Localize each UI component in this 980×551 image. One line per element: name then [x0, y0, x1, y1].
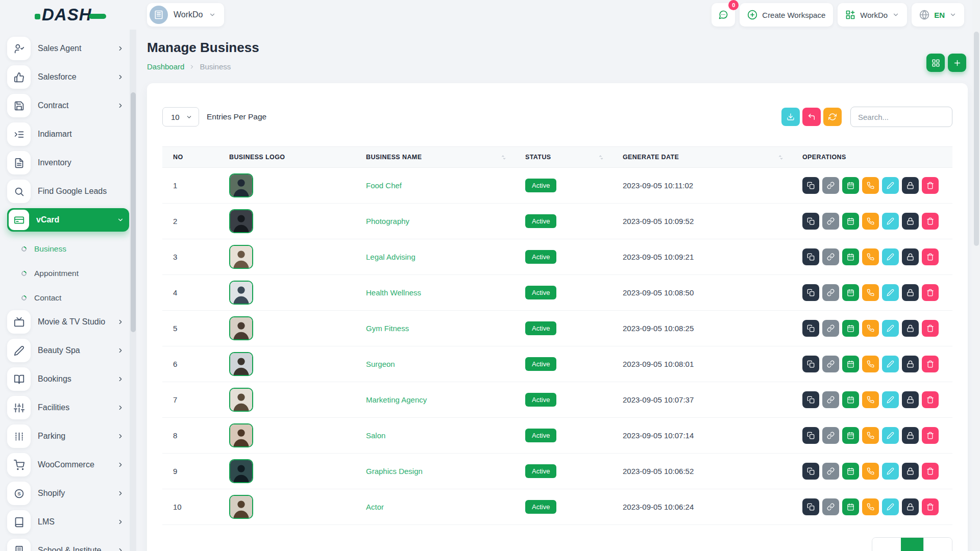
call-button[interactable] — [862, 248, 879, 265]
call-button[interactable] — [862, 463, 879, 480]
password-button[interactable] — [902, 498, 919, 515]
password-button[interactable] — [902, 177, 919, 194]
duplicate-button[interactable] — [802, 427, 819, 444]
sidebar-item-bookings[interactable]: Bookings — [7, 367, 129, 391]
edit-button[interactable] — [882, 391, 899, 408]
sidebar-item-inventory[interactable]: Inventory — [7, 151, 129, 174]
sidebar-item-lms[interactable]: LMS — [7, 510, 129, 534]
call-button[interactable] — [862, 284, 879, 301]
pagination-current-page[interactable] — [901, 538, 923, 551]
call-button[interactable] — [862, 177, 879, 194]
duplicate-button[interactable] — [802, 356, 819, 372]
call-button[interactable] — [862, 320, 879, 337]
edit-button[interactable] — [882, 177, 899, 194]
appointment-button[interactable] — [842, 498, 859, 515]
appointment-button[interactable] — [842, 391, 859, 408]
sidebar-item-sales-agent[interactable]: Sales Agent — [7, 37, 129, 60]
sidebar-item-contract[interactable]: Contract — [7, 94, 129, 117]
business-name-link[interactable]: Surgeon — [366, 360, 395, 368]
link-button[interactable] — [822, 284, 839, 301]
appointment-button[interactable] — [842, 320, 859, 337]
sort-icon[interactable] — [778, 154, 785, 161]
sidebar-item-movie-tv-studio[interactable]: Movie & TV Studio — [7, 310, 129, 334]
edit-button[interactable] — [882, 463, 899, 480]
password-button[interactable] — [902, 356, 919, 372]
edit-button[interactable] — [882, 356, 899, 372]
duplicate-button[interactable] — [802, 320, 819, 337]
edit-button[interactable] — [882, 498, 899, 515]
delete-button[interactable] — [922, 427, 939, 444]
messages-button[interactable]: 0 — [712, 3, 735, 27]
business-name-link[interactable]: Health Wellness — [366, 288, 421, 297]
password-button[interactable] — [902, 463, 919, 480]
sort-icon[interactable] — [598, 154, 605, 161]
sidebar-item-parking[interactable]: Parking — [7, 424, 129, 448]
link-button[interactable] — [822, 427, 839, 444]
appointment-button[interactable] — [842, 213, 859, 230]
edit-button[interactable] — [882, 248, 899, 265]
sidebar-item-salesforce[interactable]: Salesforce — [7, 65, 129, 89]
appointment-button[interactable] — [842, 427, 859, 444]
duplicate-button[interactable] — [802, 284, 819, 301]
call-button[interactable] — [862, 391, 879, 408]
sidebar-item-shopify[interactable]: SShopify — [7, 482, 129, 505]
delete-button[interactable] — [922, 213, 939, 230]
sidebar-item-find-google-leads[interactable]: Find Google Leads — [7, 180, 129, 203]
sidebar-item-vcard[interactable]: vCard — [7, 208, 129, 232]
call-button[interactable] — [862, 498, 879, 515]
sidebar-item-indiamart[interactable]: Indiamart — [7, 122, 129, 146]
edit-button[interactable] — [882, 213, 899, 230]
appointment-button[interactable] — [842, 248, 859, 265]
sidebar-item-facilities[interactable]: Facilities — [7, 396, 129, 419]
edit-button[interactable] — [882, 427, 899, 444]
business-name-link[interactable]: Legal Advising — [366, 253, 415, 261]
duplicate-button[interactable] — [802, 498, 819, 515]
breadcrumb-dashboard-link[interactable]: Dashboard — [147, 62, 184, 71]
reset-button[interactable] — [802, 108, 821, 126]
delete-button[interactable] — [922, 320, 939, 337]
link-button[interactable] — [822, 248, 839, 265]
link-button[interactable] — [822, 177, 839, 194]
duplicate-button[interactable] — [802, 248, 819, 265]
reload-button[interactable] — [823, 108, 842, 126]
delete-button[interactable] — [922, 498, 939, 515]
password-button[interactable] — [902, 391, 919, 408]
column-header-business-name[interactable]: BUSINESS NAME — [355, 154, 514, 161]
sidebar-subitem-business[interactable]: Business — [7, 237, 129, 261]
appointment-button[interactable] — [842, 356, 859, 372]
business-name-link[interactable]: Gym Fitness — [366, 324, 409, 333]
sidebar-item-woocommerce[interactable]: WooCommerce — [7, 453, 129, 477]
delete-button[interactable] — [922, 177, 939, 194]
add-business-button[interactable] — [948, 54, 966, 72]
call-button[interactable] — [862, 427, 879, 444]
sidebar-item-beauty-spa[interactable]: Beauty Spa — [7, 339, 129, 362]
appointment-button[interactable] — [842, 463, 859, 480]
page-scrollbar-thumb[interactable] — [974, 32, 979, 246]
delete-button[interactable] — [922, 248, 939, 265]
pagination-previous-button[interactable] — [872, 538, 901, 551]
business-name-link[interactable]: Photography — [366, 217, 409, 226]
create-workspace-button[interactable]: Create Workspace — [740, 3, 833, 27]
password-button[interactable] — [902, 248, 919, 265]
sidebar-item-school-institute[interactable]: School & Institute — [7, 539, 129, 551]
duplicate-button[interactable] — [802, 463, 819, 480]
pagination-next-button[interactable] — [923, 538, 952, 551]
call-button[interactable] — [862, 356, 879, 372]
app-menu-button[interactable]: WorkDo — [838, 3, 907, 27]
export-button[interactable] — [781, 108, 800, 126]
column-header-generate-date[interactable]: GENERATE DATE — [612, 154, 792, 161]
search-input[interactable] — [850, 107, 952, 127]
sidebar-scrollbar[interactable] — [130, 30, 136, 551]
delete-button[interactable] — [922, 284, 939, 301]
sidebar-subitem-contact[interactable]: Contact — [7, 286, 129, 310]
sort-icon[interactable] — [501, 154, 507, 161]
appointment-button[interactable] — [842, 177, 859, 194]
business-name-link[interactable]: Actor — [366, 503, 384, 511]
link-button[interactable] — [822, 213, 839, 230]
link-button[interactable] — [822, 356, 839, 372]
delete-button[interactable] — [922, 391, 939, 408]
sidebar-subitem-appointment[interactable]: Appointment — [7, 261, 129, 286]
entries-per-page-select[interactable]: 10 — [162, 107, 199, 127]
link-button[interactable] — [822, 320, 839, 337]
page-scrollbar[interactable] — [972, 0, 980, 551]
